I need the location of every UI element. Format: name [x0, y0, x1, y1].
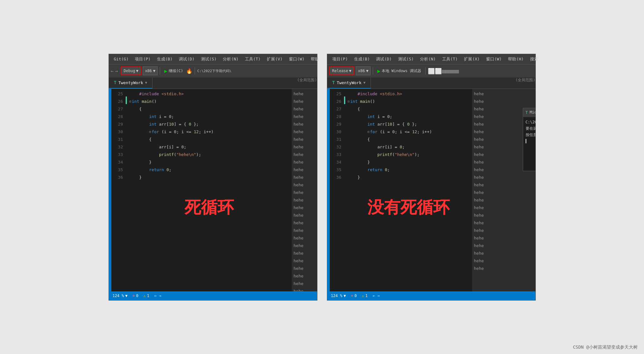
left-tab-twentywork[interactable]: T TwentyWork ▼ — [109, 78, 153, 89]
right-vs-window: 项目(P) 生成(B) 调试(D) 测试(S) 分析(N) 工具(T) 扩展(X… — [327, 54, 536, 301]
menu-help[interactable]: 帮助 — [308, 56, 322, 63]
back-btn[interactable]: ← — [111, 68, 114, 74]
right-warnings: ⚠ 1 — [362, 294, 367, 298]
code-line-29: int arr[10] = { 0 }; — [129, 121, 289, 128]
play-icon: ▶ — [164, 68, 167, 74]
right-menu-analyze[interactable]: 分析(N) — [417, 56, 438, 63]
left-nav-arrows[interactable]: ← → — [154, 294, 161, 298]
left-toolbar: ← → Debug ▼ x86 ▼ ▶ 继续(C) 🔥 C:\2022下学期代码… — [109, 64, 317, 78]
code-line-31: { — [129, 136, 289, 143]
left-output-panel: hehe hehe hehe hehe hehe hehe hehe hehe … — [292, 89, 317, 291]
code-line-34: } — [129, 158, 289, 166]
right-toolbar-sep-2 — [425, 67, 426, 75]
right-zoom: 124 % ▼ — [331, 294, 346, 298]
debug-console-header: T Microsoft Visual Studio 调试控 — [523, 108, 535, 117]
right-menu-help[interactable]: 帮助(H) — [505, 56, 526, 63]
fire-icon: 🔥 — [186, 68, 192, 74]
left-editor-split: 25 26 27 28 29 30 31 32 33 34 35 36 — [109, 89, 317, 291]
code-line-26: ⊟int main() — [129, 98, 289, 105]
menu-tools[interactable]: 工具(T) — [242, 56, 263, 63]
left-blue-bar — [109, 89, 111, 291]
right-line-numbers: 25 26 27 28 29 30 31 32 33 34 35 36 — [330, 89, 344, 291]
left-warnings: ⚠ 1 — [143, 294, 149, 298]
cursor — [526, 139, 526, 143]
code-line-25: #include <stdio.h> — [129, 90, 289, 98]
left-annotation: 死循环 — [129, 200, 289, 214]
right-menu-debug[interactable]: 调试(D) — [373, 56, 394, 63]
screenshots-row: Git(G) 项目(P) 生成(B) 调试(D) 测试(S) 分析(N) 工具(… — [6, 54, 638, 301]
right-code-line-35: return 0; — [348, 166, 470, 174]
right-toolbar-sep-1 — [373, 67, 373, 75]
left-errors: ⊗ 0 — [133, 294, 138, 298]
left-tab-bar: T TwentyWork ▼ (全局范围) — [109, 78, 317, 89]
right-tab-twentywork[interactable]: T TwentyWork ▼ — [327, 78, 371, 89]
right-menu-search[interactable]: 搜索 — [528, 56, 541, 63]
right-toolbar-icons: ⬜⬜▦▦▦▦▦ — [428, 68, 459, 74]
right-menu-ext[interactable]: 扩展(X) — [461, 56, 482, 63]
menu-git[interactable]: Git(G) — [111, 56, 131, 62]
toolbar-sep-2 — [195, 67, 195, 75]
release-config-dropdown[interactable]: Release ▼ — [329, 66, 355, 75]
code-line-35: return 0; — [129, 166, 289, 174]
right-editor-split: 25 26 27 28 29 30 31 32 33 34 35 36 — [327, 89, 535, 291]
left-menu-bar: Git(G) 项目(P) 生成(B) 调试(D) 测试(S) 分析(N) 工具(… — [109, 54, 317, 64]
right-code-line-36: } — [348, 174, 470, 181]
menu-project[interactable]: 项目(P) — [132, 56, 153, 63]
debug-console-popup: T Microsoft Visual Studio 调试控 C:\2022下学期… — [523, 108, 535, 171]
right-code-line-29: int arr[10] = { 0 }; — [348, 121, 470, 128]
right-annotation: 没有死循环 — [348, 200, 470, 214]
menu-test[interactable]: 测试(S) — [198, 56, 219, 63]
right-code-content: #include <stdio.h> ⊟int main() { int i =… — [345, 89, 472, 291]
right-output-area: hehe hehe hehe hehe hehe hehe hehe hehe … — [472, 89, 535, 291]
toolbar-sep-1 — [160, 67, 160, 75]
arch-dropdown[interactable]: x86 ▼ — [143, 66, 158, 75]
left-status-bar: 124 % ▼ ⊗ 0 ⚠ 1 ← → — [109, 291, 317, 300]
right-menu-tools[interactable]: 工具(T) — [440, 56, 460, 63]
right-arch-dropdown[interactable]: x86 ▼ — [356, 66, 371, 75]
right-menu-project[interactable]: 项目(P) — [330, 56, 350, 63]
right-menu-build[interactable]: 生成(B) — [352, 56, 372, 63]
right-tab-scope: (全局范围) — [509, 78, 535, 89]
right-tab-dropdown[interactable]: ▼ — [363, 81, 366, 85]
right-blue-bar — [327, 89, 330, 291]
debug-config-dropdown[interactable]: Debug ▼ — [121, 66, 141, 75]
right-code-line-28: int i = 0; — [348, 113, 470, 121]
code-line-36: } — [129, 174, 289, 181]
right-menu-window[interactable]: 窗口(W) — [484, 56, 504, 63]
right-code-line-26: ⊟int main() — [348, 98, 470, 105]
forward-btn[interactable]: → — [115, 68, 118, 74]
menu-debug[interactable]: 调试(D) — [176, 56, 197, 63]
code-line-33: printf("hehe\n"); — [129, 151, 289, 158]
menu-ext[interactable]: 扩展(V) — [264, 56, 285, 63]
left-vs-window: Git(G) 项目(P) 生成(B) 调试(D) 测试(S) 分析(N) 工具(… — [109, 54, 317, 301]
left-code-content: #include <stdio.h> ⊟int main() { int i =… — [127, 89, 292, 291]
right-menu-bar: 项目(P) 生成(B) 调试(D) 测试(S) 分析(N) 工具(T) 扩展(X… — [327, 54, 535, 64]
menu-window[interactable]: 窗口(W) — [286, 56, 307, 63]
menu-analyze[interactable]: 分析(N) — [220, 56, 241, 63]
file-path-label: C:\2022下学期代码\ — [197, 69, 231, 73]
main-container: Git(G) 项目(P) 生成(B) 调试(D) 测试(S) 分析(N) 工具(… — [0, 0, 644, 354]
right-errors: ⊗ 0 — [351, 294, 357, 298]
right-code-line-32: arr[i] = 0; — [348, 143, 470, 151]
right-nav-arrows[interactable]: ← → — [373, 294, 380, 298]
right-run-btn[interactable]: ▶ 本地 Windows 调试器 — [375, 67, 423, 75]
csdn-footer: CSDN @小树苗渴望变成参天大树 — [573, 345, 638, 350]
code-line-28: int i = 0; — [129, 113, 289, 121]
right-tab-icon: T — [332, 80, 335, 85]
right-code-line-34: } — [348, 158, 470, 166]
continue-btn[interactable]: ▶ 继续(C) — [162, 67, 185, 75]
code-line-27: { — [129, 105, 289, 113]
menu-build[interactable]: 生成(B) — [154, 56, 175, 63]
right-code-line-27: { — [348, 105, 470, 113]
right-code-line-30: ⊟for (i = 0; i <= 12; i++) — [348, 128, 470, 136]
debug-console-body: C:\2022下学期代码\2022-co 要在调试停止时自动关闭控制 按任意键关… — [523, 117, 535, 146]
right-menu-test[interactable]: 测试(S) — [396, 56, 416, 63]
right-tab-bar: T TwentyWork ▼ (全局范围) — [327, 78, 535, 89]
tab-icon: T — [114, 80, 116, 85]
left-tab-scope: (全局范围) — [291, 78, 317, 89]
left-line-numbers: 25 26 27 28 29 30 31 32 33 34 35 36 — [111, 89, 126, 291]
code-line-32: arr[i] = 0; — [129, 143, 289, 151]
right-play-icon: ▶ — [377, 68, 380, 74]
tab-dropdown[interactable]: ▼ — [145, 81, 147, 85]
code-line-30: ⊟for (i = 0; i <= 12; i++) — [129, 128, 289, 136]
